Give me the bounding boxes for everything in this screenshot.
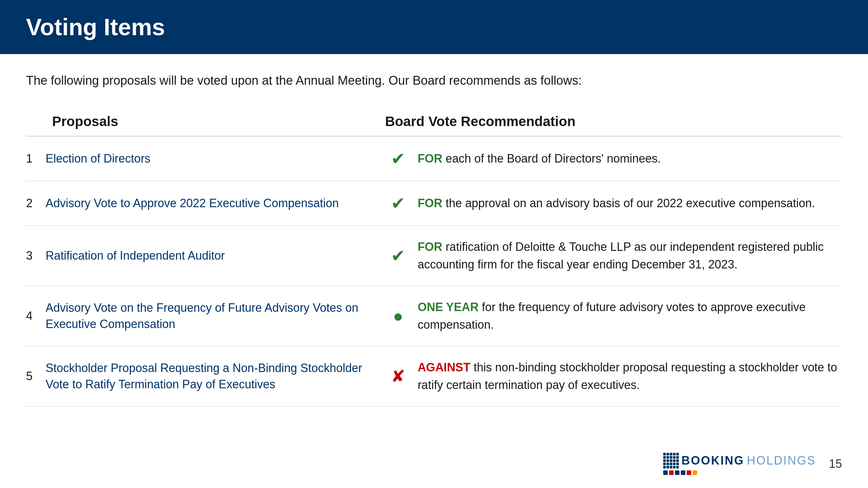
table-row: 3 Ratification of Independent Auditor ✔ …	[26, 226, 842, 286]
proposal-text: Stockholder Proposal Requesting a Non-Bi…	[45, 360, 385, 393]
logo-top-row: BOOKING HOLDINGS	[663, 453, 816, 468]
proposal-text: Advisory Vote to Approve 2022 Executive …	[45, 195, 385, 211]
intro-text: The following proposals will be voted up…	[26, 74, 842, 88]
table-row: 1 Election of Directors ✔ FOR each of th…	[26, 137, 842, 181]
check-icon: ✔	[385, 194, 411, 213]
bullet-icon: ●	[385, 306, 411, 326]
keyword-one-year: ONE YEAR	[418, 300, 478, 314]
keyword-against: AGAINST	[418, 361, 470, 374]
check-icon: ✔	[385, 246, 411, 265]
x-icon: ✘	[385, 367, 411, 386]
footer: BOOKING HOLDINGS 15	[663, 453, 842, 475]
recommendation-text: FOR ratification of Deloitte & Touche LL…	[411, 238, 842, 273]
table-row: 2 Advisory Vote to Approve 2022 Executiv…	[26, 181, 842, 226]
proposal-text: Election of Directors	[45, 150, 385, 167]
header-bar: Voting Items	[0, 0, 868, 54]
row-number: 5	[26, 369, 45, 383]
row-number: 2	[26, 196, 45, 210]
proposal-text: Advisory Vote on the Frequency of Future…	[45, 300, 385, 333]
keyword-for: FOR	[418, 152, 442, 165]
row-number: 1	[26, 152, 45, 166]
recommendation-text: AGAINST this non-binding stockholder pro…	[411, 359, 842, 394]
table-row: 5 Stockholder Proposal Requesting a Non-…	[26, 346, 842, 407]
page-title: Voting Items	[26, 14, 165, 40]
logo-booking-text: BOOKING	[681, 454, 744, 467]
keyword-for: FOR	[418, 240, 442, 254]
row-number: 3	[26, 249, 45, 263]
proposals-column-header: Proposals	[26, 114, 385, 129]
row-number: 4	[26, 309, 45, 323]
recommendation-text: ONE YEAR for the frequency of future adv…	[411, 298, 842, 334]
proposal-text: Ratification of Independent Auditor	[45, 248, 385, 264]
page: Voting Items The following proposals wil…	[0, 0, 868, 488]
voting-table: Proposals Board Vote Recommendation 1 El…	[26, 107, 842, 407]
recommendation-text: FOR each of the Board of Directors' nomi…	[411, 150, 842, 168]
check-icon: ✔	[385, 149, 411, 168]
table-header: Proposals Board Vote Recommendation	[26, 107, 842, 137]
page-number: 15	[829, 457, 842, 471]
company-logo: BOOKING HOLDINGS	[663, 453, 816, 475]
table-row: 4 Advisory Vote on the Frequency of Futu…	[26, 286, 842, 346]
logo-grid-icon	[663, 453, 679, 468]
logo-holdings-text: HOLDINGS	[747, 454, 816, 467]
logo-subtitle-row	[663, 470, 697, 475]
recommendation-column-header: Board Vote Recommendation	[385, 114, 842, 129]
recommendation-text: FOR the approval on an advisory basis of…	[411, 195, 842, 212]
content-area: The following proposals will be voted up…	[0, 54, 868, 426]
keyword-for: FOR	[418, 196, 442, 210]
